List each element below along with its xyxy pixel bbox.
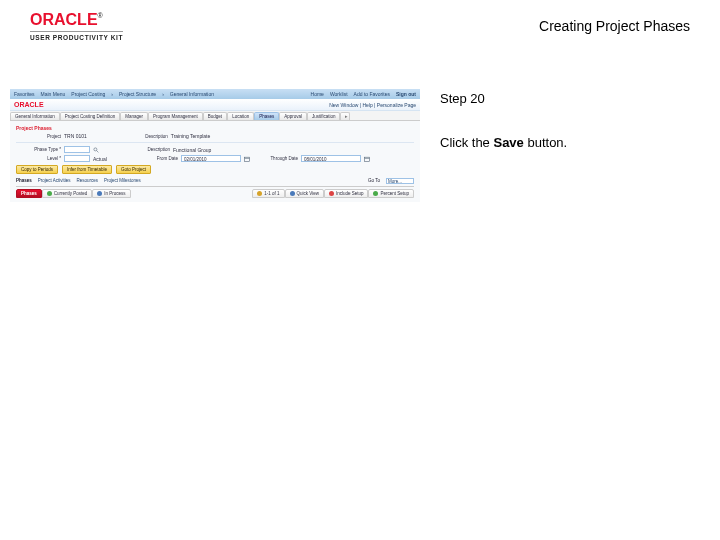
quick-view-button[interactable]: Quick View — [285, 189, 324, 198]
topbar-signout[interactable]: Sign out — [396, 91, 416, 97]
topbar-item[interactable]: Project Costing — [71, 91, 105, 97]
tab-location[interactable]: Location — [227, 112, 254, 120]
subtab-row: Phases Project Activities Resources Proj… — [16, 178, 414, 187]
grid-shown: 1-1 of 1 — [252, 189, 284, 198]
description-label: Description — [123, 134, 168, 139]
app-screenshot: Favorites Main Menu Project Costing › Pr… — [10, 89, 420, 239]
tab-phases[interactable]: Phases — [254, 112, 279, 120]
thru-date-input[interactable]: 08/01/2010 — [301, 155, 361, 162]
svg-point-0 — [94, 147, 97, 150]
page-title: Creating Project Phases — [539, 18, 690, 34]
tab-justification[interactable]: Justification — [307, 112, 341, 120]
search-icon[interactable] — [93, 147, 99, 153]
level-value: Actual — [93, 156, 107, 162]
svg-line-1 — [97, 150, 99, 152]
description2-value: Functional Group — [173, 147, 211, 153]
project-label: Project — [16, 134, 61, 139]
step-label: Step 20 — [440, 91, 700, 106]
oracle-logo-text: ORACLE — [30, 11, 98, 28]
include-setup-button[interactable]: Include Setup — [324, 189, 369, 198]
bottom-tab-phases[interactable]: Phases — [16, 189, 42, 198]
copy-to-periods-button[interactable]: Copy to Periods — [16, 165, 58, 174]
instruction-bold: Save — [493, 135, 523, 150]
topbar-addfav[interactable]: Add to Favorites — [354, 91, 390, 97]
brand-logo: ORACLE® USER PRODUCTIVITY KIT — [30, 12, 123, 41]
page-header: ORACLE® USER PRODUCTIVITY KIT Creating P… — [0, 0, 720, 49]
tab-more-icon[interactable]: ▸ — [340, 112, 350, 120]
dot-icon — [97, 191, 102, 196]
svg-rect-2 — [245, 157, 250, 161]
subtab-project-milestones[interactable]: Project Milestones — [104, 178, 141, 184]
from-date-input[interactable]: 02/01/2010 — [181, 155, 241, 162]
description2-label: Description — [125, 147, 170, 152]
app-topbar: Favorites Main Menu Project Costing › Pr… — [10, 89, 420, 99]
from-date-label: From Date — [133, 156, 178, 161]
description-value: Training Template — [171, 133, 210, 139]
bottom-tab-row: Phases Currently Posted In Process 1-1 o… — [16, 189, 414, 198]
tab-program-management[interactable]: Program Management — [148, 112, 203, 120]
tab-manager[interactable]: Manager — [120, 112, 148, 120]
goto-label: Go To — [368, 178, 380, 184]
button-row: Copy to Periods Infer from Timetable Got… — [16, 165, 414, 174]
instruction-panel: Step 20 Click the Save button. — [440, 89, 700, 239]
project-value: TRN 0101 — [64, 133, 87, 139]
topbar-item[interactable]: Project Structure — [119, 91, 156, 97]
registered-mark: ® — [98, 12, 103, 19]
level-label: Level * — [16, 156, 61, 161]
calendar-icon[interactable] — [364, 156, 370, 162]
topbar-home[interactable]: Home — [311, 91, 324, 97]
infer-from-timetable-button[interactable]: Infer from Timetable — [62, 165, 112, 174]
phase-type-input[interactable] — [64, 146, 90, 153]
brandrow-links[interactable]: New Window | Help | Personalize Page — [329, 102, 416, 108]
view-icon — [290, 191, 295, 196]
phase-type-label: Phase Type * — [16, 147, 61, 152]
instruction-prefix: Click the — [440, 135, 493, 150]
app-tab-row: General Information Project Costing Defi… — [10, 111, 420, 121]
calendar-icon[interactable] — [244, 156, 250, 162]
bottom-tab-in-process[interactable]: In Process — [92, 189, 130, 198]
dot-icon — [47, 191, 52, 196]
topbar-item[interactable]: General Information — [170, 91, 214, 97]
percent-icon — [373, 191, 378, 196]
percent-setup-button[interactable]: Percent Setup — [368, 189, 414, 198]
thru-date-label: Through Date — [253, 156, 298, 161]
tab-general-information[interactable]: General Information — [10, 112, 60, 120]
form-area: Project Phases Project TRN 0101 Descript… — [10, 121, 420, 202]
goto-project-button[interactable]: Goto Project — [116, 165, 151, 174]
instruction-suffix: button. — [524, 135, 567, 150]
tab-budget[interactable]: Budget — [203, 112, 227, 120]
brand-subtitle: USER PRODUCTIVITY KIT — [30, 31, 123, 41]
app-brandrow: ORACLE New Window | Help | Personalize P… — [10, 99, 420, 111]
level-input[interactable] — [64, 155, 90, 162]
main-content: Favorites Main Menu Project Costing › Pr… — [0, 49, 720, 239]
topbar-worklist[interactable]: Worklist — [330, 91, 348, 97]
subtab-project-activities[interactable]: Project Activities — [38, 178, 71, 184]
tab-project-costing-definition[interactable]: Project Costing Definition — [60, 112, 121, 120]
mini-oracle-logo: ORACLE — [14, 101, 44, 108]
bottom-tab-currently-posted[interactable]: Currently Posted — [42, 189, 93, 198]
subtab-phases[interactable]: Phases — [16, 178, 32, 184]
goto-select[interactable]: More... — [386, 178, 414, 184]
section-title: Project Phases — [16, 125, 414, 131]
grid-icon — [257, 191, 262, 196]
tab-approval[interactable]: Approval — [279, 112, 307, 120]
svg-rect-4 — [365, 157, 370, 161]
topbar-item[interactable]: Main Menu — [41, 91, 66, 97]
subtab-resources[interactable]: Resources — [77, 178, 99, 184]
instruction-text: Click the Save button. — [440, 134, 700, 152]
topbar-item[interactable]: Favorites — [14, 91, 35, 97]
setup-icon — [329, 191, 334, 196]
